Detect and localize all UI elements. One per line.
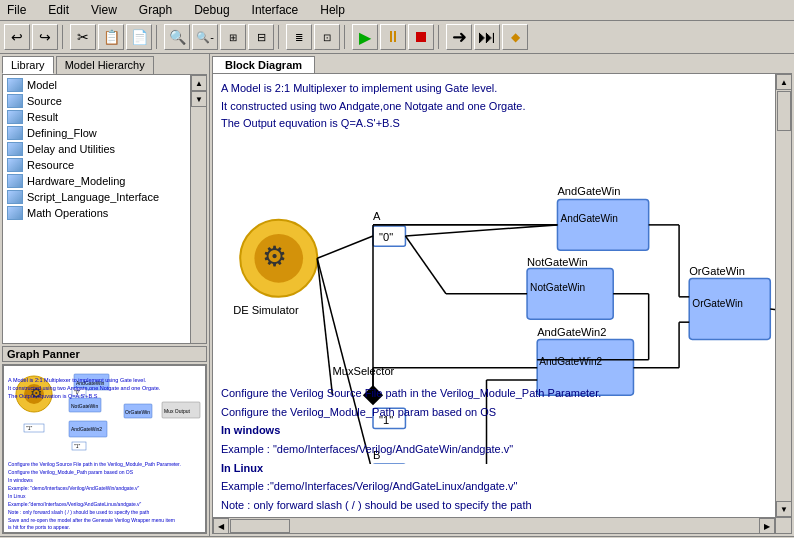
lib-item-math-ops[interactable]: Math Operations (5, 205, 204, 221)
stop-button[interactable]: ⏹ (408, 24, 434, 50)
lib-scrollbar: ▲ ▼ (190, 75, 206, 343)
desc-line-2: It constructed using two Andgate,one Not… (221, 98, 783, 116)
svg-text:NotGateWin: NotGateWin (527, 256, 588, 268)
menu-bar: File Edit View Graph Debug Interface Hel… (0, 0, 794, 21)
menu-file[interactable]: File (4, 2, 29, 18)
lib-scroll-down[interactable]: ▼ (191, 91, 207, 107)
resource-icon (7, 158, 23, 172)
script-lang-icon (7, 190, 23, 204)
source-icon (7, 94, 23, 108)
graph-panner: ⚙ AndGateWin NotGateWin AndGateWin2 OrGa… (2, 364, 207, 534)
scroll-down-button[interactable]: ▼ (776, 501, 792, 517)
menu-graph[interactable]: Graph (136, 2, 175, 18)
h-scroll-track (229, 518, 759, 533)
zoom-out-button[interactable]: 🔍- (192, 24, 218, 50)
menu-help[interactable]: Help (317, 2, 348, 18)
horizontal-scrollbar: ◀ ▶ (213, 517, 775, 533)
paste-button[interactable]: 📄 (126, 24, 152, 50)
svg-line-60 (405, 236, 446, 294)
math-ops-icon (7, 206, 23, 220)
info-line-6: Example :"demo/Interfaces/Verilog/AndGat… (221, 477, 783, 496)
zoom-in-button[interactable]: 🔍 (164, 24, 190, 50)
toolbar-separator-3 (278, 25, 282, 49)
svg-text:It constructed using two Andga: It constructed using two Andgate,one Not… (8, 385, 161, 391)
svg-text:In Linux: In Linux (8, 493, 26, 499)
redo-button[interactable]: ↪ (32, 24, 58, 50)
panner-svg: ⚙ AndGateWin NotGateWin AndGateWin2 OrGa… (4, 366, 204, 531)
library-list: Model Source Result Defining_Flow Delay … (2, 74, 207, 344)
cut-button[interactable]: ✂ (70, 24, 96, 50)
sim2-button[interactable]: ⊡ (314, 24, 340, 50)
svg-text:MuxSelector: MuxSelector (332, 365, 394, 377)
lib-item-defining-flow[interactable]: Defining_Flow (5, 125, 204, 141)
menu-debug[interactable]: Debug (191, 2, 232, 18)
pause-button[interactable]: ⏸ (380, 24, 406, 50)
lib-scroll-up[interactable]: ▲ (191, 75, 207, 91)
copy-button[interactable]: 📋 (98, 24, 124, 50)
menu-interface[interactable]: Interface (249, 2, 302, 18)
menu-view[interactable]: View (88, 2, 120, 18)
info-line-3: In windows (221, 421, 783, 440)
svg-rect-47 (689, 279, 770, 340)
toolbar-separator-2 (156, 25, 160, 49)
h-scroll-right-button[interactable]: ▶ (759, 518, 775, 534)
left-panel: Library Model Hierarchy Model Source Res… (0, 54, 210, 536)
skip-button[interactable]: ⏭ (474, 24, 500, 50)
h-scroll-thumb[interactable] (230, 519, 290, 533)
lib-item-script-lang[interactable]: Script_Language_Interface (5, 189, 204, 205)
svg-rect-38 (557, 200, 648, 251)
diagram-content[interactable]: A Model is 2:1 Multiplexer to implement … (213, 74, 791, 533)
fit-button[interactable]: ⊞ (220, 24, 246, 50)
lib-item-result[interactable]: Result (5, 109, 204, 125)
arrow-right-button[interactable]: ➜ (446, 24, 472, 50)
tab-model-hierarchy[interactable]: Model Hierarchy (56, 56, 154, 74)
description-text: A Model is 2:1 Multiplexer to implement … (213, 74, 791, 139)
svg-text:OrGateWin: OrGateWin (125, 409, 150, 415)
library-list-inner: Model Source Result Defining_Flow Delay … (3, 75, 206, 223)
model-icon (7, 78, 23, 92)
zoom-reset-button[interactable]: ⊟ (248, 24, 274, 50)
lib-item-resource[interactable]: Resource (5, 157, 204, 173)
lib-item-hardware[interactable]: Hardware_Modeling (5, 173, 204, 189)
svg-text:"1": "1" (74, 443, 81, 449)
h-scroll-left-button[interactable]: ◀ (213, 518, 229, 534)
info-text: Configure the Verilog Source File path i… (221, 384, 783, 533)
lib-item-model[interactable]: Model (5, 77, 204, 93)
diagram-area: A Model is 2:1 Multiplexer to implement … (212, 73, 792, 534)
toolbar-separator-4 (344, 25, 348, 49)
sim1-button[interactable]: ≣ (286, 24, 312, 50)
info-line-2: Configure the Verilog_Module_Path param … (221, 403, 783, 422)
tab-block-diagram[interactable]: Block Diagram (212, 56, 315, 73)
graph-panner-title: Graph Panner (2, 346, 207, 362)
svg-text:Save and re-open the model aft: Save and re-open the model after the Gen… (8, 517, 175, 523)
svg-text:AndGateWin2: AndGateWin2 (539, 356, 602, 367)
scrollbar-corner (775, 517, 791, 533)
desc-line-1: A Model is 2:1 Multiplexer to implement … (221, 80, 783, 98)
scroll-thumb[interactable] (777, 91, 791, 131)
tab-library[interactable]: Library (2, 56, 54, 74)
lib-item-delay-utilities[interactable]: Delay and Utilities (5, 141, 204, 157)
undo-button[interactable]: ↩ (4, 24, 30, 50)
svg-text:OrGateWin: OrGateWin (689, 265, 745, 277)
toolbar: ↩ ↪ ✂ 📋 📄 🔍 🔍- ⊞ ⊟ ≣ ⊡ ▶ ⏸ ⏹ ➜ ⏭ ◆ (0, 21, 794, 54)
svg-text:⚙: ⚙ (262, 240, 287, 272)
diamond-button[interactable]: ◆ (502, 24, 528, 50)
svg-rect-41 (527, 268, 613, 319)
svg-text:Configure the Verilog Source F: Configure the Verilog Source File path i… (8, 461, 181, 467)
defining-flow-icon (7, 126, 23, 140)
play-button[interactable]: ▶ (352, 24, 378, 50)
svg-text:A Model is 2:1 Multiplexer to : A Model is 2:1 Multiplexer to implement … (8, 377, 147, 383)
lib-item-source[interactable]: Source (5, 93, 204, 109)
svg-text:AndGateWin: AndGateWin (561, 213, 618, 224)
toolbar-separator-1 (62, 25, 66, 49)
svg-text:OrGateWin: OrGateWin (692, 298, 743, 309)
svg-text:is hit for the ports to appear: is hit for the ports to appear. (8, 524, 70, 530)
main-layout: Library Model Hierarchy Model Source Res… (0, 54, 794, 536)
svg-text:AndGateWin2: AndGateWin2 (537, 326, 606, 338)
result-icon (7, 110, 23, 124)
svg-text:NotGateWin: NotGateWin (71, 403, 98, 409)
scroll-up-button[interactable]: ▲ (776, 74, 792, 90)
menu-edit[interactable]: Edit (45, 2, 72, 18)
vertical-scrollbar: ▲ ▼ (775, 74, 791, 517)
svg-text:Example: "demo/Interfaces/Veri: Example: "demo/Interfaces/Verilog/AndGat… (8, 485, 140, 491)
